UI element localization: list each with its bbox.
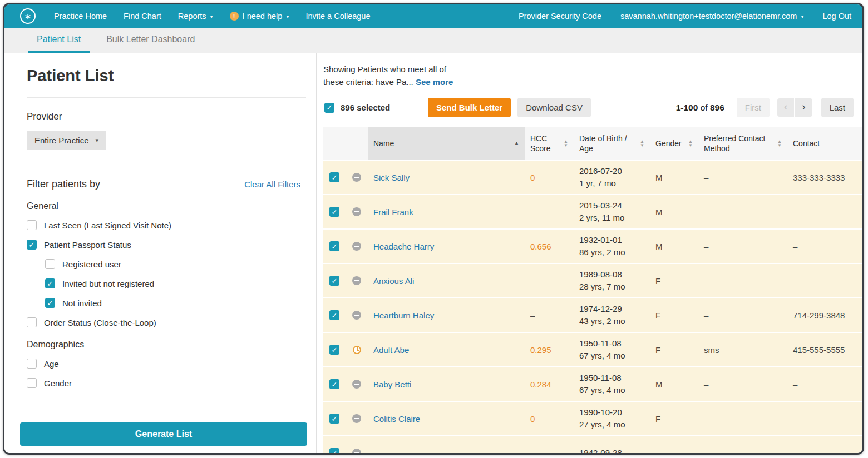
checkbox-order-status-close-the-loop[interactable] (27, 317, 37, 327)
hcc-score-cell: – (525, 311, 574, 320)
table-row: ✓Colitis Claire01990-10-2027 yrs, 4 moF–… (323, 402, 862, 436)
column-header-checkbox (323, 127, 346, 160)
account-menu[interactable]: savannah.whitington+testdoctor@elationem… (620, 12, 803, 21)
filter-header-row: Filter patients by Clear All Filters (27, 178, 300, 190)
chevron-down-icon: ▾ (96, 137, 99, 144)
filter-last-seen-last-signed-visit-note[interactable]: Last Seen (Last Signed Visit Note) (27, 220, 316, 230)
see-more-link[interactable]: See more (416, 77, 453, 87)
contact-cell: 415-555-5555 (787, 345, 862, 355)
filter-invited-but-not-registered[interactable]: ✓Invited but not registered (45, 278, 316, 288)
hcc-score-cell: 0 (525, 173, 574, 182)
age-value: 67 yrs, 4 mo (579, 384, 650, 396)
contact-cell: – (787, 414, 862, 424)
nav-find-chart[interactable]: Find Chart (115, 12, 170, 21)
dob-value: 1990-10-20 (579, 406, 650, 419)
row-checkbox[interactable]: ✓ (329, 172, 339, 182)
select-all-checkbox[interactable]: ✓ (324, 103, 334, 113)
patient-name-link[interactable]: Adult Abe (373, 345, 409, 355)
preferred-contact-cell: – (698, 380, 787, 389)
patient-name-link[interactable]: Sick Sally (373, 173, 410, 182)
nav-practice-home[interactable]: Practice Home (46, 12, 115, 21)
row-checkbox[interactable]: ✓ (329, 276, 339, 286)
checkbox-invited-but-not-registered[interactable]: ✓ (45, 278, 55, 288)
filter-registered-user[interactable]: Registered user (45, 259, 316, 269)
elation-logo[interactable]: ∗ (20, 8, 36, 24)
column-header-name[interactable]: Name ▲ (368, 127, 525, 160)
tab-patient-list[interactable]: Patient List (28, 28, 90, 53)
nav-reports[interactable]: Reports▾ (170, 12, 221, 21)
nav-label: Practice Home (54, 12, 107, 21)
nav-label: I need help (243, 12, 283, 21)
filter-age[interactable]: Age (27, 359, 316, 369)
dob-age-cell: 2016-07-201 yr, 7 mo (574, 165, 650, 190)
row-checkbox[interactable]: ✓ (329, 241, 339, 251)
pagination-last-button[interactable]: Last (821, 98, 854, 117)
gender-cell: F (650, 311, 698, 320)
page-title: Patient List (27, 67, 316, 85)
row-status-cell (346, 242, 368, 251)
patient-name-cell: Sick Sally (368, 173, 525, 182)
age-value: 1 yr, 7 mo (579, 177, 650, 190)
criteria-summary: Showing Patients who meet all of these c… (323, 63, 862, 88)
tab-bulk-letter-dashboard[interactable]: Bulk Letter Dashboard (97, 28, 204, 53)
patient-name-cell: Heartburn Haley (368, 311, 525, 320)
row-checkbox[interactable]: ✓ (329, 379, 339, 389)
checkbox-not-invited[interactable]: ✓ (45, 298, 55, 308)
filter-patient-passport-status[interactable]: ✓Patient Passport Status (27, 240, 316, 250)
results-controls: ✓ 896 selected Send Bulk Letter Download… (324, 98, 854, 117)
sort-icon: ▲▼ (640, 140, 644, 147)
pagination-next-button[interactable]: › (795, 98, 812, 117)
age-value: 43 yrs, 2 mo (579, 315, 650, 327)
pagination-first-button[interactable]: First (737, 98, 770, 117)
range-start: 1-100 (676, 103, 698, 112)
gender-cell: F (650, 345, 698, 355)
checkbox-last-seen-last-signed-visit-note[interactable] (27, 220, 37, 230)
row-checkbox[interactable]: ✓ (329, 448, 339, 453)
patient-name-link[interactable]: Baby Betti (373, 380, 411, 389)
pagination-prev-button[interactable]: ‹ (777, 98, 794, 117)
provider-security-code-link[interactable]: Provider Security Code (519, 12, 601, 21)
clear-all-filters-link[interactable]: Clear All Filters (244, 180, 300, 189)
patient-name-link[interactable]: Colitis Claire (373, 414, 420, 424)
checkbox-patient-passport-status[interactable]: ✓ (27, 240, 37, 250)
patient-name-link[interactable]: Frail Frank (373, 207, 413, 217)
row-checkbox[interactable]: ✓ (329, 414, 339, 424)
nav-invite-a-colleague[interactable]: Invite a Colleague (297, 12, 378, 21)
checkbox-age[interactable] (27, 359, 37, 369)
topbar-right: Provider Security Code savannah.whitingt… (519, 12, 851, 21)
column-header-dob-age[interactable]: Date of Birth / Age ▲▼ (574, 127, 650, 160)
filter-not-invited[interactable]: ✓Not invited (45, 298, 316, 308)
preferred-contact-cell: – (698, 207, 787, 217)
send-bulk-letter-button[interactable]: Send Bulk Letter (428, 98, 511, 117)
provider-dropdown[interactable]: Entire Practice ▾ (27, 131, 106, 150)
checkbox-gender[interactable] (27, 378, 37, 388)
row-checkbox[interactable]: ✓ (329, 310, 339, 320)
patient-name-link[interactable]: Anxious Ali (373, 276, 414, 286)
filter-gender[interactable]: Gender (27, 378, 316, 388)
divider (27, 97, 306, 98)
patient-name-link[interactable]: Headache Harry (373, 242, 434, 251)
sort-ascending-icon: ▲ (514, 140, 519, 147)
column-header-gender[interactable]: Gender ▲▼ (650, 127, 698, 160)
logout-link[interactable]: Log Out (822, 12, 851, 21)
generate-list-button[interactable]: Generate List (20, 422, 307, 446)
dob-value: 2015-03-24 (579, 200, 650, 212)
checkbox-registered-user[interactable] (45, 259, 55, 269)
nav-i-need-help[interactable]: !I need help▾ (221, 12, 298, 21)
hcc-score-cell: – (525, 207, 574, 217)
hcc-score-cell: 0.295 (525, 345, 574, 355)
column-header-hcc-score[interactable]: HCC Score ▲▼ (525, 127, 574, 160)
dob-value: 1950-11-08 (579, 372, 650, 384)
dob-age-cell: 1932-01-0186 yrs, 2 mo (574, 234, 650, 258)
sort-icon: ▲▼ (688, 140, 693, 147)
table-row: ✓Headache Harry0.6561932-01-0186 yrs, 2 … (323, 230, 862, 264)
dob-value: 1989-08-08 (579, 268, 650, 281)
download-csv-button[interactable]: Download CSV (517, 98, 591, 117)
row-checkbox[interactable]: ✓ (329, 207, 339, 217)
column-header-contact[interactable]: Contact (787, 127, 862, 160)
row-checkbox[interactable]: ✓ (329, 345, 339, 355)
column-header-preferred-contact[interactable]: Preferred Contact Method ▲▼ (698, 127, 787, 160)
patient-name-link[interactable]: Heartburn Haley (373, 311, 434, 320)
filter-order-status-close-the-loop[interactable]: Order Status (Close-the-Loop) (27, 317, 316, 327)
criteria-line-2: these criteria: have Pa... See more (323, 76, 862, 89)
